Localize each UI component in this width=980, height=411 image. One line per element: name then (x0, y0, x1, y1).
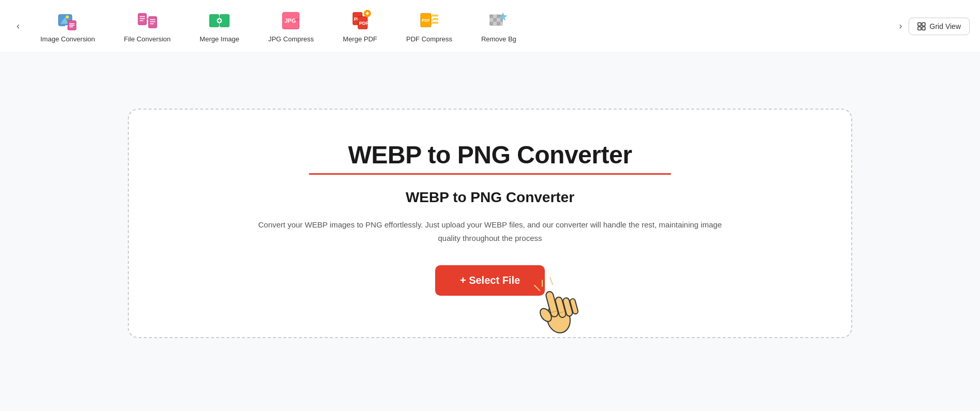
svg-rect-41 (489, 14, 493, 18)
svg-rect-51 (918, 27, 921, 30)
svg-line-63 (550, 278, 553, 284)
merge-pdf-icon: PDF PDF (349, 9, 372, 32)
grid-view-label: Grid View (930, 22, 961, 31)
nav-item-pdf-compress[interactable]: PDF PDF Compress (392, 5, 467, 47)
nav-item-merge-image[interactable]: Merge Image (185, 5, 254, 47)
next-arrow[interactable]: › (893, 17, 909, 36)
svg-rect-9 (138, 13, 146, 25)
select-file-container: + Select File (435, 265, 545, 296)
svg-rect-45 (489, 22, 493, 25)
svg-rect-52 (922, 27, 925, 30)
nav-item-merge-pdf[interactable]: PDF PDF Merge PDF (329, 5, 392, 47)
nav-label-merge-pdf: Merge PDF (343, 35, 377, 43)
converter-card: WEBP to PNG Converter WEBP to PNG Conver… (128, 109, 852, 338)
merge-image-icon (208, 9, 231, 32)
svg-rect-54 (545, 291, 559, 318)
remove-bg-icon (487, 9, 510, 32)
svg-text:PDF: PDF (359, 21, 369, 26)
svg-rect-37 (432, 14, 438, 17)
nav-items: Image Conversion (26, 5, 893, 47)
file-conversion-icon (136, 9, 159, 32)
svg-rect-57 (570, 298, 578, 315)
svg-rect-55 (555, 296, 567, 318)
nav-label-jpg-compress: JPG Compress (268, 35, 314, 43)
svg-rect-49 (918, 23, 921, 26)
title-underline (309, 173, 671, 175)
select-file-button[interactable]: + Select File (435, 265, 545, 296)
svg-rect-50 (922, 23, 925, 26)
jpg-compress-icon: JPG (279, 9, 302, 32)
svg-rect-46 (497, 22, 500, 25)
svg-rect-38 (433, 18, 438, 20)
grid-view-button[interactable]: Grid View (909, 18, 970, 35)
svg-rect-56 (562, 297, 573, 317)
top-nav: ‹ (0, 0, 980, 53)
svg-point-53 (544, 301, 573, 335)
nav-label-image-conversion: Image Conversion (40, 35, 95, 43)
nav-item-remove-bg[interactable]: Remove Bg (467, 5, 531, 47)
svg-point-58 (538, 307, 554, 324)
nav-item-file-conversion[interactable]: File Conversion (110, 5, 185, 47)
svg-point-3 (66, 16, 69, 19)
svg-rect-43 (493, 18, 497, 22)
svg-line-60 (559, 312, 565, 313)
nav-label-pdf-compress: PDF Compress (406, 35, 452, 43)
description-text: Convert your WEBP images to PNG effortle… (257, 218, 723, 245)
main-content: WEBP to PNG Converter WEBP to PNG Conver… (0, 53, 980, 394)
nav-item-image-conversion[interactable]: Image Conversion (26, 5, 110, 47)
nav-label-remove-bg: Remove Bg (481, 35, 516, 43)
image-conversion-icon (56, 9, 79, 32)
sub-title: WEBP to PNG Converter (406, 189, 574, 206)
nav-label-merge-image: Merge Image (200, 35, 240, 43)
pdf-compress-icon: PDF (418, 9, 440, 32)
grid-icon (917, 22, 926, 31)
svg-line-59 (551, 311, 557, 312)
nav-label-file-conversion: File Conversion (124, 35, 171, 43)
nav-item-jpg-compress[interactable]: JPG JPG Compress (254, 5, 328, 47)
svg-rect-14 (149, 17, 157, 28)
svg-text:JPG: JPG (285, 18, 296, 24)
main-title: WEBP to PNG Converter (348, 141, 632, 169)
svg-rect-39 (432, 22, 438, 24)
prev-arrow[interactable]: ‹ (10, 17, 26, 36)
svg-text:PDF: PDF (422, 18, 430, 23)
